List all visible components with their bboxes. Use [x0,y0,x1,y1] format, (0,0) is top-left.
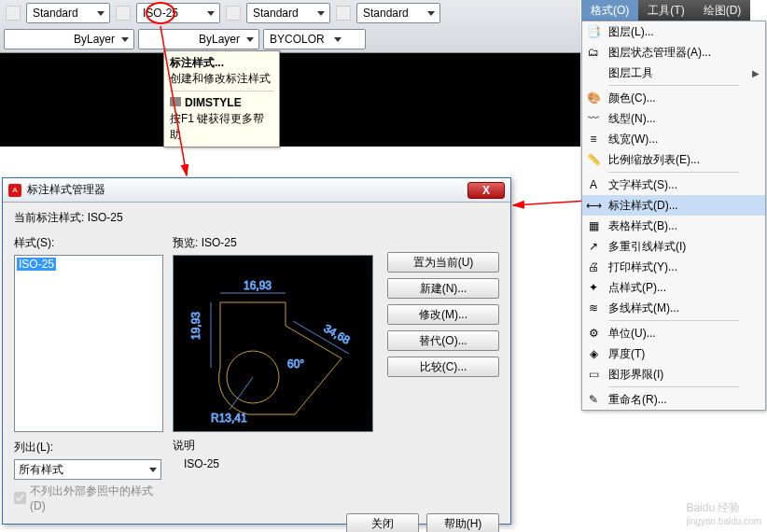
mleaderstyle-icon[interactable] [336,6,351,21]
color-icon: 🎨 [582,88,605,108]
dialog-title: 标注样式管理器 [27,182,105,198]
mleader-icon: ↗ [582,236,605,257]
menu-item-linetype[interactable]: 〰线型(N)... [582,108,765,129]
lineweight-icon: ≡ [582,129,605,149]
menu-item-color[interactable]: 🎨颜色(C)... [582,88,765,108]
menu-item-thickness[interactable]: ◈厚度(T) [582,343,765,364]
menu-item-dimstyle[interactable]: ⟷标注样式(D)... [582,195,765,216]
tablestyle-dropdown[interactable]: Standard [246,3,330,23]
toolbar: Standard ISO-25 Standard Standard ByLaye… [0,0,580,53]
svg-text:34,68: 34,68 [322,321,353,346]
textstyle-icon: A [582,175,605,195]
layer-icon: 📑 [582,21,605,42]
svg-text:16,93: 16,93 [244,279,272,292]
modify-button[interactable]: 修改(M)... [387,304,499,325]
svg-line-1 [513,201,588,205]
svg-text:R13,41: R13,41 [211,412,247,425]
new-button[interactable]: 新建(N)... [387,278,499,299]
color-dropdown[interactable]: ByLayer [4,29,134,49]
list-label: 列出(L): [14,440,163,455]
plotstyle-dropdown[interactable]: BYCOLOR [263,29,366,49]
tooltip-title: 标注样式... [170,56,224,69]
menu-item-lineweight[interactable]: ≡线宽(W)... [582,129,765,149]
menu-item-tablestyle[interactable]: ▦表格样式(B)... [582,216,765,236]
textstyle-dropdown[interactable]: Standard [26,3,110,23]
menu-item-mlinestyle[interactable]: ≋多线样式(M)... [582,298,765,318]
submenu-arrow-icon: ▶ [752,68,760,78]
current-value: ISO-25 [88,211,123,224]
tablestyle-icon: ▦ [582,216,605,236]
dimstyle-icon: ⟷ [582,195,605,216]
override-button[interactable]: 替代(O)... [387,330,499,351]
menu-item-limits[interactable]: ▭图形界限(I) [582,364,765,385]
styles-listbox[interactable]: ISO-25 [14,255,163,432]
menu-item-mleaderstyle[interactable]: ↗多重引线样式(I) [582,236,765,257]
preview-pane: 16,93 19,93 R13,41 60° 34,68 [173,255,373,432]
menu-format[interactable]: 格式(O) [581,0,638,21]
list-filter-dropdown[interactable]: 所有样式 [14,459,161,480]
tooltip-help: 按F1 键获得更多帮助 [170,112,264,141]
mleaderstyle-dropdown[interactable]: Standard [356,3,440,23]
textstyle-icon[interactable] [6,6,21,21]
menu-item-scalelist[interactable]: 📏比例缩放列表(E)... [582,149,765,170]
menu-item-plotstyle[interactable]: 🖨打印样式(Y)... [582,257,765,277]
watermark: Baidu 经验 jingyan.baidu.com [686,497,761,526]
desc-value: ISO-25 [173,457,378,470]
current-label: 当前标注样式: [14,211,84,224]
compare-button[interactable]: 比较(C)... [387,357,499,377]
limits-icon: ▭ [582,364,605,385]
cmd-icon [170,97,181,106]
annotation-circle-icon [146,2,175,24]
tooltip-cmd: DIMSTYLE [185,96,242,109]
dialog-help-button[interactable]: 帮助(H) [426,513,499,532]
units-icon: ⚙ [582,323,605,343]
style-item-selected[interactable]: ISO-25 [17,258,56,271]
menu-item-layer[interactable]: 📑图层(L)... [582,21,765,42]
scale-icon: 📏 [582,149,605,170]
set-current-button[interactable]: 置为当前(U) [387,252,499,273]
menu-item-layertools[interactable]: 图层工具▶ [582,63,765,83]
tooltip-sub: 创建和修改标注样式 [170,72,271,85]
app-logo-icon: A [8,184,21,197]
menu-item-rename[interactable]: ✎重命名(R)... [582,389,765,410]
mline-icon: ≋ [582,298,605,318]
thickness-icon: ◈ [582,343,605,364]
layerstate-icon: 🗂 [582,42,605,63]
menu-tools[interactable]: 工具(T) [638,0,693,21]
menu-draw[interactable]: 绘图(D) [694,0,751,21]
tooltip: 标注样式... 创建和修改标注样式 DIMSTYLE 按F1 键获得更多帮助 [163,50,280,147]
close-button[interactable]: X [467,182,505,199]
menubar[interactable]: 格式(O) 工具(T) 绘图(D) [581,0,750,21]
dialog-close-button[interactable]: 关闭 [346,513,419,532]
desc-label: 说明 [173,438,378,454]
plotstyle-icon: 🖨 [582,257,605,277]
styles-label: 样式(S): [14,235,163,251]
svg-text:60°: 60° [287,357,304,371]
preview-label: 预览: ISO-25 [173,235,378,251]
menu-item-textstyle[interactable]: A文字样式(S)... [582,175,765,195]
linetype-dropdown[interactable]: ByLayer [138,29,259,49]
tablestyle-icon[interactable] [226,6,241,21]
format-menu: 📑图层(L)... 🗂图层状态管理器(A)... 图层工具▶ 🎨颜色(C)...… [581,21,766,411]
menu-item-pointstyle[interactable]: ✦点样式(P)... [582,277,765,298]
menu-item-units[interactable]: ⚙单位(U)... [582,323,765,343]
dimstyle-dialog: A 标注样式管理器 X 当前标注样式: ISO-25 样式(S): ISO-25… [2,177,511,525]
xref-checkbox[interactable]: 不列出外部参照中的样式(D) [14,483,163,512]
rename-icon: ✎ [582,389,605,410]
menu-item-layerstate[interactable]: 🗂图层状态管理器(A)... [582,42,765,63]
linetype-icon: 〰 [582,108,605,129]
drawing-area [0,53,580,147]
pointstyle-icon: ✦ [582,277,605,298]
dimstyle-icon[interactable] [116,6,131,21]
dialog-titlebar[interactable]: A 标注样式管理器 X [3,178,510,203]
svg-text:19,93: 19,93 [189,312,202,340]
